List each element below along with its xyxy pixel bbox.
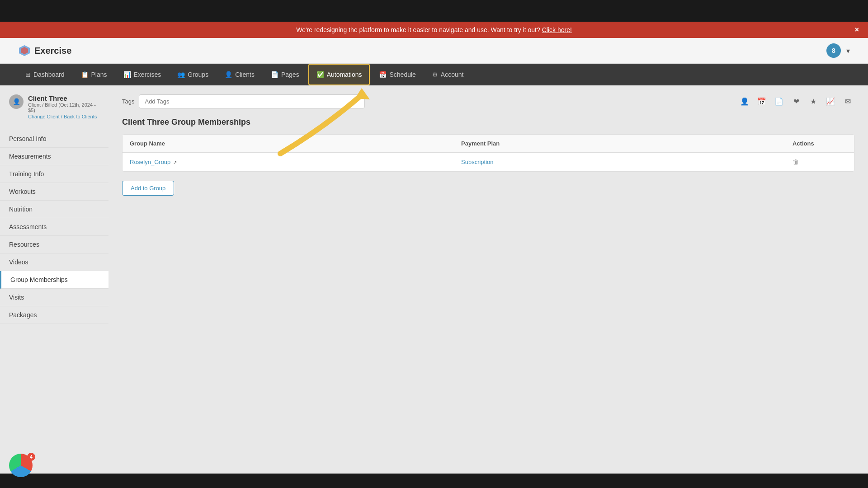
sidebar-item-assessments[interactable]: Assessments xyxy=(0,218,108,236)
heart-icon[interactable]: ❤ xyxy=(789,95,803,108)
sidebar-item-training-info[interactable]: Training Info xyxy=(0,165,108,183)
exercise-logo-icon xyxy=(18,44,31,57)
page-title: Client Three Group Memberships xyxy=(122,117,854,127)
action-icons: 👤 📅 📄 ❤ ★ 📈 ✉ xyxy=(738,95,854,108)
calendar-icon[interactable]: 📅 xyxy=(755,95,769,108)
actions-cell: 🗑 xyxy=(793,158,847,165)
sidebar-item-nutrition[interactable]: Nutrition xyxy=(0,201,108,218)
document-icon[interactable]: 📄 xyxy=(772,95,786,108)
main-nav: ⊞ Dashboard 📋 Plans 📊 Exercises 👥 Groups… xyxy=(0,64,868,85)
assessments-label: Assessments xyxy=(9,223,47,230)
nav-account[interactable]: ⚙ Account xyxy=(425,65,471,84)
tags-bar: Tags 👤 📅 📄 ❤ ★ 📈 ✉ xyxy=(122,94,854,108)
sidebar: 👤 Client Three Client / Billed (Oct 12th… xyxy=(0,85,108,484)
content-wrapper: 👤 Client Three Client / Billed (Oct 12th… xyxy=(0,85,868,484)
client-nav-links: Change Client / Back to Clients xyxy=(28,114,99,119)
sidebar-item-visits[interactable]: Visits xyxy=(0,289,108,306)
nav-schedule-label: Schedule xyxy=(389,71,415,78)
automations-icon: ✅ xyxy=(316,71,324,78)
nav-pages[interactable]: 📄 Pages xyxy=(264,65,307,84)
sidebar-item-workouts[interactable]: Workouts xyxy=(0,183,108,201)
nav-dashboard-label: Dashboard xyxy=(33,71,65,78)
sidebar-item-resources[interactable]: Resources xyxy=(0,236,108,253)
banner-message: We're redesigning the platform to make i… xyxy=(296,26,540,33)
groups-icon: 👥 xyxy=(177,71,185,78)
chevron-down-icon: ▾ xyxy=(846,47,850,55)
nav-schedule[interactable]: 📅 Schedule xyxy=(372,65,423,84)
profile-icon[interactable]: 👤 xyxy=(738,95,751,108)
nav-automations-label: Automations xyxy=(327,71,362,78)
col-actions: Actions xyxy=(793,140,847,147)
nutrition-label: Nutrition xyxy=(9,206,33,213)
group-memberships-table: Group Name Payment Plan Actions Roselyn_… xyxy=(122,134,854,172)
email-icon[interactable]: ✉ xyxy=(841,95,854,108)
client-info: 👤 Client Three Client / Billed (Oct 12th… xyxy=(0,94,108,127)
add-to-group-button[interactable]: Add to Group xyxy=(122,181,174,196)
notification-count: 4 xyxy=(27,453,35,461)
group-name-cell: Roselyn_Group ↗ xyxy=(130,159,461,165)
nav-automations[interactable]: ✅ Automations xyxy=(308,64,370,85)
clients-icon: 👤 xyxy=(225,71,232,78)
announcement-banner: We're redesigning the platform to make i… xyxy=(0,22,868,38)
nav-plans-label: Plans xyxy=(91,71,107,78)
nav-groups[interactable]: 👥 Groups xyxy=(170,65,216,84)
sidebar-item-group-memberships[interactable]: Group Memberships xyxy=(0,271,108,289)
app-header: Exercise 8 ▾ xyxy=(0,38,868,64)
col-payment-plan: Payment Plan xyxy=(461,140,793,147)
nav-exercises-label: Exercises xyxy=(134,71,161,78)
visits-label: Visits xyxy=(9,294,24,301)
nav-clients-label: Clients xyxy=(235,71,255,78)
nav-exercises[interactable]: 📊 Exercises xyxy=(116,65,169,84)
main-content: Tags 👤 📅 📄 ❤ ★ 📈 ✉ Client Three Group Me… xyxy=(108,85,868,484)
sidebar-item-videos[interactable]: Videos xyxy=(0,253,108,271)
sidebar-item-packages[interactable]: Packages xyxy=(0,306,108,324)
back-to-clients-link[interactable]: Back to Clients xyxy=(64,114,97,119)
header-right: 8 ▾ xyxy=(826,43,850,58)
account-icon: ⚙ xyxy=(432,71,438,78)
personal-info-label: Personal Info xyxy=(9,135,47,142)
sidebar-nav: Personal Info Measurements Training Info… xyxy=(0,130,108,324)
banner-close-button[interactable]: × xyxy=(855,26,859,34)
banner-link[interactable]: Click here! xyxy=(542,26,572,33)
measurements-label: Measurements xyxy=(9,153,51,160)
delete-button[interactable]: 🗑 xyxy=(793,158,799,165)
table-row: Roselyn_Group ↗ Subscription 🗑 xyxy=(123,153,854,171)
user-dropdown[interactable]: ▾ xyxy=(846,47,850,55)
nav-pages-label: Pages xyxy=(281,71,299,78)
schedule-icon: 📅 xyxy=(379,71,387,78)
resources-label: Resources xyxy=(9,241,39,248)
table-header: Group Name Payment Plan Actions xyxy=(123,135,854,153)
training-info-label: Training Info xyxy=(9,170,44,178)
col-group-name: Group Name xyxy=(130,140,461,147)
star-icon[interactable]: ★ xyxy=(807,95,820,108)
nav-clients[interactable]: 👤 Clients xyxy=(217,65,262,84)
client-billing: Client / Billed (Oct 12th, 2024 - $5) xyxy=(28,102,99,113)
nav-plans[interactable]: 📋 Plans xyxy=(74,65,114,84)
group-memberships-label: Group Memberships xyxy=(10,276,68,283)
workouts-label: Workouts xyxy=(9,188,36,195)
nav-account-label: Account xyxy=(441,71,464,78)
client-name: Client Three xyxy=(28,94,99,102)
client-avatar: 👤 xyxy=(9,94,24,109)
client-name-info: Client Three Client / Billed (Oct 12th, … xyxy=(28,94,99,119)
user-avatar-badge[interactable]: 8 xyxy=(826,43,841,58)
chart-icon[interactable]: 📈 xyxy=(824,95,837,108)
app-logo[interactable]: Exercise xyxy=(18,44,71,57)
dashboard-icon: ⊞ xyxy=(25,71,31,78)
plans-icon: 📋 xyxy=(81,71,89,78)
notification-widget[interactable]: 4 xyxy=(9,454,34,479)
nav-groups-label: Groups xyxy=(188,71,208,78)
bottom-black-bar xyxy=(0,474,868,488)
packages-label: Packages xyxy=(9,311,37,319)
sidebar-item-personal-info[interactable]: Personal Info xyxy=(0,130,108,148)
exercises-icon: 📊 xyxy=(123,71,131,78)
tags-input[interactable] xyxy=(139,94,365,108)
sidebar-item-measurements[interactable]: Measurements xyxy=(0,148,108,165)
tags-label: Tags xyxy=(122,98,134,105)
app-name: Exercise xyxy=(34,46,71,56)
videos-label: Videos xyxy=(9,258,28,266)
payment-plan-cell[interactable]: Subscription xyxy=(461,159,793,165)
change-client-link[interactable]: Change Client xyxy=(28,114,60,119)
group-name-link[interactable]: Roselyn_Group xyxy=(130,159,170,165)
nav-dashboard[interactable]: ⊞ Dashboard xyxy=(18,65,72,84)
